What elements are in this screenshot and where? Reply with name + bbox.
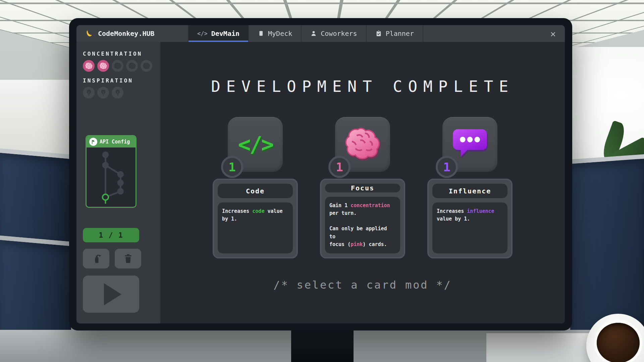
- app-title-label: CodeMonkey.HUB: [98, 29, 155, 38]
- lightbulb-icon: [83, 87, 95, 99]
- mod-info-card[interactable]: Code Increases code valueby 1.: [213, 179, 298, 258]
- mod-icon-tile[interactable]: </> 1: [228, 117, 283, 172]
- card-mod-option-code[interactable]: </> 1 Code Increases code valueby 1.: [213, 117, 298, 258]
- clipboard-icon: [375, 30, 382, 37]
- mod-info-card[interactable]: Focus Gain 1 concentrationper turn.Can o…: [320, 179, 405, 258]
- sidebar: CONCENTRATION INSPIRATION: [76, 42, 160, 323]
- brain-icon: [343, 126, 382, 162]
- speech-bubble-icon: [450, 126, 489, 162]
- mod-description: Increases influencevalue by 1.: [432, 202, 507, 253]
- lightbulb-icon: [97, 87, 109, 99]
- hand-card-header: API Config: [87, 136, 136, 147]
- game-screen: CodeMonkey.HUB </> DevMain MyDeck Cowork…: [76, 25, 565, 323]
- trash-icon: [122, 253, 134, 265]
- git-graph: [87, 147, 136, 205]
- tab-bar: CodeMonkey.HUB </> DevMain MyDeck Cowork…: [76, 25, 565, 42]
- banana-icon: [86, 29, 94, 38]
- tab-devmain[interactable]: </> DevMain: [188, 25, 248, 42]
- mod-name: Focus: [325, 184, 400, 192]
- play-icon: [104, 283, 121, 305]
- mod-options-row: </> 1 Code Increases code valueby 1. 1 F…: [213, 117, 513, 258]
- code-tab-icon: </>: [197, 30, 208, 37]
- concentration-label: CONCENTRATION: [83, 51, 160, 57]
- hand-card-title: API Config: [100, 139, 130, 145]
- mod-count-badge: 1: [328, 156, 351, 178]
- inspiration-meter: [83, 87, 160, 99]
- mod-name: Influence: [432, 184, 507, 198]
- tabbar-spacer: [423, 25, 541, 42]
- extinguish-button[interactable]: [83, 249, 109, 268]
- mod-count-badge: 1: [436, 156, 458, 178]
- cubicle-panel-right: [570, 154, 644, 342]
- mod-description: Gain 1 concentrationper turn.Can only be…: [325, 197, 400, 253]
- tab-coworkers[interactable]: Coworkers: [301, 25, 366, 42]
- brain-icon: [141, 60, 152, 72]
- card-icon: [258, 30, 264, 37]
- tab-planner-label: Planner: [386, 29, 414, 38]
- cubicle-panel-left: [0, 148, 71, 242]
- brain-icon: [126, 60, 138, 72]
- brain-icon: [97, 60, 109, 72]
- page-title: DEVELOPMENT COMPLETE: [211, 77, 514, 96]
- mod-name: Code: [218, 184, 293, 198]
- close-button[interactable]: ✕: [541, 25, 565, 42]
- code-icon: </>: [238, 132, 273, 157]
- concentration-meter: [83, 60, 160, 72]
- card-mod-option-influence[interactable]: 1 Influence Increases influencevalue by …: [427, 117, 513, 258]
- app-title: CodeMonkey.HUB: [76, 25, 188, 42]
- tab-mydeck[interactable]: MyDeck: [248, 25, 301, 42]
- mod-description: Increases code valueby 1.: [218, 202, 293, 253]
- tab-planner[interactable]: Planner: [366, 25, 423, 42]
- select-hint: /* select a card mod */: [273, 279, 451, 291]
- tab-devmain-label: DevMain: [211, 29, 239, 38]
- person-icon: [310, 30, 317, 37]
- monitor: CodeMonkey.HUB </> DevMain MyDeck Cowork…: [69, 18, 572, 330]
- main-panel: DEVELOPMENT COMPLETE </> 1 Code Increase…: [160, 42, 565, 323]
- play-button[interactable]: [83, 276, 139, 313]
- brain-icon: [112, 60, 123, 72]
- card-mod-option-focus[interactable]: 1 Focus Gain 1 concentrationper turn.Can…: [320, 117, 405, 258]
- mod-icon-tile[interactable]: 1: [442, 117, 497, 172]
- coffee: [597, 323, 640, 362]
- tab-mydeck-label: MyDeck: [268, 29, 292, 38]
- brain-icon: [83, 60, 95, 72]
- tab-coworkers-label: Coworkers: [321, 29, 357, 38]
- mod-icon-tile[interactable]: 1: [335, 117, 390, 172]
- hand-card-api-config[interactable]: API Config: [86, 135, 137, 208]
- flag-icon: [89, 138, 97, 146]
- discard-button[interactable]: [115, 249, 141, 268]
- cards-remaining-badge: 1 / 1: [83, 228, 139, 242]
- lightbulb-icon: [112, 87, 123, 99]
- inspiration-label: INSPIRATION: [83, 77, 160, 84]
- mod-count-badge: 1: [221, 156, 243, 178]
- monitor-stand: [291, 328, 354, 362]
- fire-extinguisher-icon: [90, 253, 102, 265]
- mod-info-card[interactable]: Influence Increases influencevalue by 1.: [427, 179, 513, 258]
